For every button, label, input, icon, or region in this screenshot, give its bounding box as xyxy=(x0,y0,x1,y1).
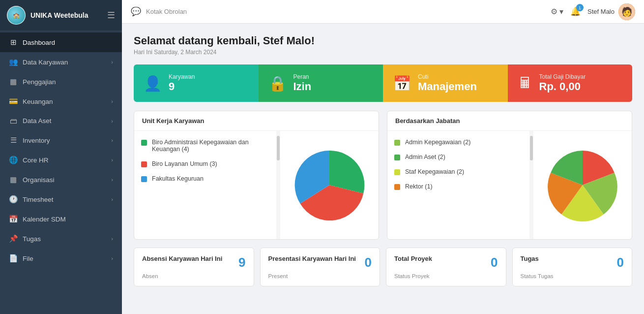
list-item: Admin Aset (2) xyxy=(387,150,529,164)
keuangan-icon: 💳 xyxy=(9,97,18,106)
peran-value: Izin xyxy=(293,80,312,93)
sidebar-item-timesheet[interactable]: 🕐 Timesheet › xyxy=(0,189,122,209)
stat-card-header: Presentasi Karyawan Hari Ini 0 xyxy=(268,255,372,270)
summary-card-karyawan: 👤 Karyawan 9 xyxy=(134,64,259,102)
gear-icon[interactable]: ⚙ ▾ xyxy=(551,7,563,16)
stat-card-presentasi: Presentasi Karyawan Hari Ini 0 Present xyxy=(260,248,381,286)
cuti-label: Cuti xyxy=(418,73,477,80)
chevron-icon: › xyxy=(111,157,113,163)
nav-label-inventory: Inventory xyxy=(23,137,106,144)
nav-label-data-aset: Data Aset xyxy=(23,117,106,125)
stat-cards-row: Absensi Karyawan Hari Ini 9 Absen Presen… xyxy=(134,248,632,286)
pie-chart-jabatan xyxy=(543,146,622,224)
summary-card-gaji: 🖩 Total Gaji Dibayar Rp. 0,00 xyxy=(508,64,633,102)
notification-badge: 1 xyxy=(576,4,584,11)
stat-card-absensi: Absensi Karyawan Hari Ini 9 Absen xyxy=(134,248,254,286)
gaji-value: Rp. 0,00 xyxy=(539,80,586,93)
sidebar-item-tugas[interactable]: 📌 Tugas › xyxy=(0,229,122,249)
scrollbar[interactable] xyxy=(276,131,280,239)
stat-card-sub: Status Tugas xyxy=(521,273,624,279)
nav-label-kalender-sdm: Kalender SDM xyxy=(23,216,113,223)
sidebar-menu-icon[interactable]: ☰ xyxy=(107,10,115,21)
list-item-label: Admin Aset (2) xyxy=(405,154,445,160)
chat-icon: 💬 xyxy=(131,6,141,17)
user-menu[interactable]: Stef Malo 🧑 xyxy=(587,3,635,20)
peran-info: Peran Izin xyxy=(293,73,312,93)
unit-kerja-panel: Unit Kerja Karyawan Biro Administrasi Ke… xyxy=(134,111,379,240)
sidebar-item-dashboard[interactable]: ⊞ Dashboard xyxy=(0,32,122,52)
nav-label-penggajian: Penggajian xyxy=(23,78,113,86)
unit-kerja-body: Biro Administrasi Kepegawaian dan Keuang… xyxy=(134,131,379,239)
stat-card-number: 0 xyxy=(365,255,372,270)
chevron-icon: › xyxy=(111,177,113,183)
nav-label-keuangan: Keuangan xyxy=(23,98,106,105)
sidebar-item-penggajian[interactable]: ▦ Penggajian xyxy=(0,72,122,92)
sidebar-item-kalender-sdm[interactable]: 📅 Kalender SDM xyxy=(0,209,122,229)
list-item: Staf Kepegawaian (2) xyxy=(387,164,529,179)
jabatan-list: Admin Kepegawaian (2) Admin Aset (2) Sta… xyxy=(387,131,529,239)
stat-card-header: Absensi Karyawan Hari Ini 9 xyxy=(142,255,246,270)
jabatan-panel: Berdasarkan Jabatan Admin Kepegawaian (2… xyxy=(387,111,632,240)
sidebar-item-core-hr[interactable]: 🌐 Core HR › xyxy=(0,150,122,170)
list-item-label: Admin Kepegawaian (2) xyxy=(405,139,470,146)
nav-label-tugas: Tugas xyxy=(23,235,106,243)
sidebar-item-data-aset[interactable]: 🗃 Data Aset › xyxy=(0,111,122,130)
stat-card-number: 0 xyxy=(491,255,498,270)
list-dot xyxy=(394,140,400,146)
karyawan-icon: 👤 xyxy=(144,75,162,92)
bell-icon[interactable]: 🔔 1 xyxy=(570,6,581,17)
chat-label: Kotak Obrolan xyxy=(146,8,546,15)
peran-icon: 🔒 xyxy=(268,75,287,92)
sidebar-nav: ⊞ Dashboard 👥 Data Karyawan › ▦ Penggaji… xyxy=(0,31,122,314)
username: Stef Malo xyxy=(587,8,615,15)
list-item-label: Rektor (1) xyxy=(405,183,433,190)
chevron-icon: › xyxy=(111,59,113,65)
summary-card-peran: 🔒 Peran Izin xyxy=(259,64,383,102)
list-item: Admin Kepegawaian (2) xyxy=(387,135,529,150)
sidebar-item-organisasi[interactable]: ▦ Organisasi › xyxy=(0,170,122,189)
inventory-icon: ☰ xyxy=(9,136,18,145)
timesheet-icon: 🕐 xyxy=(9,195,18,204)
cuti-value: Manajemen xyxy=(418,80,477,93)
sidebar-logo: 🏫 xyxy=(7,6,26,25)
jabatan-chart xyxy=(533,131,632,239)
list-dot xyxy=(394,184,400,190)
sidebar-item-inventory[interactable]: ☰ Inventory › xyxy=(0,130,122,150)
stat-card-sub: Status Proyek xyxy=(394,273,498,279)
scrollbar-thumb xyxy=(530,136,533,160)
unit-kerja-list: Biro Administrasi Kepegawaian dan Keuang… xyxy=(134,131,276,239)
jabatan-header: Berdasarkan Jabatan xyxy=(387,111,632,131)
content-area: Selamat datang kembali, Stef Malo! Hari … xyxy=(122,24,644,314)
list-item: Rektor (1) xyxy=(387,179,529,194)
topbar-actions: ⚙ ▾ 🔔 1 Stef Malo 🧑 xyxy=(551,3,635,20)
gaji-label: Total Gaji Dibayar xyxy=(539,73,586,80)
list-item-label: Biro Administrasi Kepegawaian dan Keuang… xyxy=(152,139,269,153)
organisasi-icon: ▦ xyxy=(9,175,18,184)
nav-label-dashboard: Dashboard xyxy=(23,39,113,46)
tugas-icon: 📌 xyxy=(9,234,18,243)
list-dot xyxy=(141,161,147,167)
cuti-icon: 📅 xyxy=(393,75,411,92)
list-item-label: Biro Layanan Umum (3) xyxy=(152,160,217,167)
pie-chart-unit-kerja xyxy=(290,146,369,224)
nav-label-data-karyawan: Data Karyawan xyxy=(23,59,106,66)
data-aset-icon: 🗃 xyxy=(9,117,18,125)
sidebar-item-data-karyawan[interactable]: 👥 Data Karyawan › xyxy=(0,52,122,72)
avatar-face: 🧑 xyxy=(618,3,635,20)
karyawan-info: Karyawan 9 xyxy=(169,73,195,93)
data-karyawan-icon: 👥 xyxy=(9,58,18,66)
sidebar-item-file[interactable]: 📄 File › xyxy=(0,249,122,268)
stat-card-sub: Absen xyxy=(142,273,246,279)
sidebar-logo-inner: 🏫 xyxy=(7,6,25,24)
sidebar-item-keuangan[interactable]: 💳 Keuangan › xyxy=(0,92,122,111)
list-item: Fakultas Keguruan xyxy=(134,171,276,186)
panels-row: Unit Kerja Karyawan Biro Administrasi Ke… xyxy=(134,111,632,240)
list-item-label: Staf Kepegawaian (2) xyxy=(405,168,464,175)
main-area: 💬 Kotak Obrolan ⚙ ▾ 🔔 1 Stef Malo 🧑 Sela… xyxy=(122,0,644,314)
peran-label: Peran xyxy=(293,73,312,80)
summary-cards: 👤 Karyawan 9 🔒 Peran Izin 📅 Cuti Manajem… xyxy=(134,64,632,102)
stat-card-title: Tugas xyxy=(521,255,539,263)
penggajian-icon: ▦ xyxy=(9,77,18,86)
scrollbar[interactable] xyxy=(529,131,533,239)
scrollbar-thumb xyxy=(277,136,280,160)
